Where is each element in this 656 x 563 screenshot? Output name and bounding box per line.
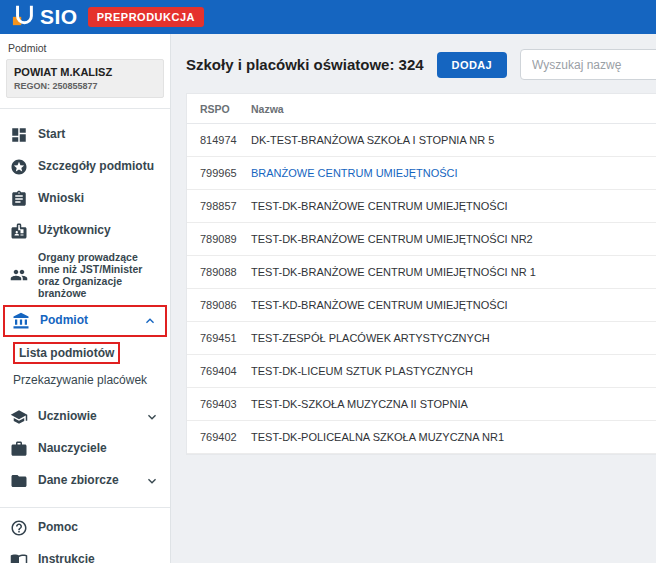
schools-table: RSPO Nazwa 814974 DK-TEST-BRANŻOWA SZKOŁ…: [186, 93, 656, 455]
cell-rspo: 789086: [187, 299, 243, 311]
table-row[interactable]: 789086 TEST-KD-BRANŻOWE CENTRUM UMIEJĘTN…: [187, 289, 656, 322]
user-badge-icon: [10, 222, 28, 240]
cell-nazwa: DK-TEST-BRANŻOWA SZKOŁA I STOPNIA NR 5: [243, 134, 656, 146]
sidebar-item-pomoc[interactable]: Pomoc: [0, 512, 170, 544]
star-circle-icon: [10, 158, 28, 176]
sidebar-item-label: Użytkownicy: [38, 224, 111, 238]
sidebar-item-organy-prowadzace[interactable]: Organy prowadzące inne niż JST/Minister …: [0, 247, 170, 303]
sidebar-item-start[interactable]: Start: [0, 119, 170, 151]
sidebar-divider: [0, 108, 170, 109]
cell-nazwa: TEST-DK-BRANŻOWE CENTRUM UMIEJĘTNOŚCI NR…: [243, 266, 656, 278]
cell-nazwa: TEST-ZESPÓŁ PLACÓWEK ARTYSTYCZNYCH: [243, 332, 656, 344]
folder-icon: [10, 472, 28, 490]
logo-text: SIO: [40, 5, 78, 29]
sidebar-item-uczniowie[interactable]: Uczniowie: [0, 401, 170, 433]
cell-nazwa: BRANŻOWE CENTRUM UMIEJĘTNOŚCI: [243, 167, 656, 179]
cell-rspo: 769451: [187, 332, 243, 344]
sio-logo-icon: [12, 3, 36, 31]
add-button[interactable]: DODAJ: [437, 52, 508, 78]
annotation-box-podmiot: Podmiot: [3, 305, 167, 337]
cell-rspo: 814974: [187, 134, 243, 146]
sidebar-item-label: Pomoc: [38, 521, 78, 535]
chevron-down-icon: [144, 409, 160, 425]
sidebar: Podmiot POWIAT M.KALISZ REGON: 250855877…: [0, 34, 171, 563]
graduation-cap-icon: [10, 408, 28, 426]
dashboard-icon: [10, 126, 28, 144]
table-row[interactable]: 769403 TEST-DK-SZKOŁA MUZYCZNA II STOPNI…: [187, 388, 656, 421]
cell-rspo: 769402: [187, 431, 243, 443]
chevron-up-icon: [142, 313, 158, 329]
sidebar-item-label: Uczniowie: [38, 410, 97, 424]
sidebar-item-nauczyciele[interactable]: Nauczyciele: [0, 433, 170, 465]
entity-selector[interactable]: POWIAT M.KALISZ REGON: 250855877: [6, 59, 164, 98]
page-title: Szkoły i placówki oświatowe: 324: [186, 56, 424, 73]
sidebar-item-label: Instrukcje: [38, 553, 95, 563]
cell-rspo: 769403: [187, 398, 243, 410]
sidebar-item-label: Start: [38, 128, 65, 142]
sidebar-item-label: Dane zbiorcze: [38, 474, 119, 488]
cell-nazwa: TEST-DK-BRANŻOWE CENTRUM UMIEJĘTNOŚCI: [243, 200, 656, 212]
group-icon: [10, 266, 28, 284]
table-row[interactable]: 798857 TEST-DK-BRANŻOWE CENTRUM UMIEJĘTN…: [187, 190, 656, 223]
cell-nazwa: TEST-DK-SZKOŁA MUZYCZNA II STOPNIA: [243, 398, 656, 410]
chevron-down-icon: [144, 473, 160, 489]
table-body: 814974 DK-TEST-BRANŻOWA SZKOŁA I STOPNIA…: [187, 124, 656, 454]
sidebar-item-podmiot[interactable]: Podmiot: [5, 307, 165, 335]
entity-name: POWIAT M.KALISZ: [14, 66, 156, 78]
top-bar: SIO PREPRODUKCJA: [0, 0, 656, 34]
sidebar-subitem-przekazywanie-placowek[interactable]: Przekazywanie placówek: [0, 367, 170, 395]
cell-rspo: 789089: [187, 233, 243, 245]
table-row[interactable]: 799965 BRANŻOWE CENTRUM UMIEJĘTNOŚCI: [187, 157, 656, 190]
cell-rspo: 798857: [187, 200, 243, 212]
sidebar-item-uzytkownicy[interactable]: Użytkownicy: [0, 215, 170, 247]
table-row[interactable]: 789088 TEST-DK-BRANŻOWE CENTRUM UMIEJĘTN…: [187, 256, 656, 289]
sidebar-item-dane-zbiorcze[interactable]: Dane zbiorcze: [0, 465, 170, 497]
sidebar-subitem-lista-podmiotow[interactable]: Lista podmiotów: [0, 339, 170, 367]
book-icon: [10, 551, 28, 563]
sidebar-footer: Pomoc Instrukcje: [0, 497, 170, 563]
document-icon: [10, 190, 28, 208]
environment-badge: PREPRODUKCJA: [88, 7, 204, 27]
cell-nazwa: TEST-DK-LICEUM SZTUK PLASTYCZNYCH: [243, 365, 656, 377]
sidebar-menu: Start Szczegóły podmiotu Wnioski Użytkow…: [0, 113, 170, 497]
help-icon: [10, 519, 28, 537]
cell-nazwa: TEST-KD-BRANŻOWE CENTRUM UMIEJĘTNOŚCI: [243, 299, 656, 311]
table-row[interactable]: 769451 TEST-ZESPÓŁ PLACÓWEK ARTYSTYCZNYC…: [187, 322, 656, 355]
sidebar-footer-divider: [0, 507, 170, 508]
briefcase-icon: [10, 440, 28, 458]
cell-nazwa: TEST-DK-POLICEALNA SZKOŁA MUZYCZNA NR1: [243, 431, 656, 443]
table-row[interactable]: 789089 TEST-DK-BRANŻOWE CENTRUM UMIEJĘTN…: [187, 223, 656, 256]
sidebar-item-instrukcje[interactable]: Instrukcje: [0, 544, 170, 563]
main-content: Szkoły i placówki oświatowe: 324 DODAJ R…: [171, 34, 656, 563]
sidebar-item-label: Podmiot: [40, 314, 88, 328]
sidebar-item-label: Nauczyciele: [38, 442, 107, 456]
table-header-row: RSPO Nazwa: [187, 94, 656, 124]
table-row[interactable]: 814974 DK-TEST-BRANŻOWA SZKOŁA I STOPNIA…: [187, 124, 656, 157]
sidebar-item-label: Szczegóły podmiotu: [38, 160, 154, 174]
bank-icon: [12, 312, 30, 330]
cell-rspo: 789088: [187, 266, 243, 278]
sidebar-item-label: Organy prowadzące inne niż JST/Minister …: [38, 251, 160, 299]
sidebar-item-szczegoly-podmiotu[interactable]: Szczegóły podmiotu: [0, 151, 170, 183]
column-header-rspo: RSPO: [187, 103, 243, 115]
main-header: Szkoły i placówki oświatowe: 324 DODAJ: [171, 34, 656, 93]
cell-rspo: 769404: [187, 365, 243, 377]
table-row[interactable]: 769404 TEST-DK-LICEUM SZTUK PLASTYCZNYCH: [187, 355, 656, 388]
cell-rspo: 799965: [187, 167, 243, 179]
sidebar-item-label: Wnioski: [38, 192, 84, 206]
sidebar-item-wnioski[interactable]: Wnioski: [0, 183, 170, 215]
search-input[interactable]: [520, 49, 656, 80]
sidebar-section-label: Podmiot: [0, 34, 170, 59]
cell-nazwa: TEST-DK-BRANŻOWE CENTRUM UMIEJĘTNOŚCI NR…: [243, 233, 656, 245]
annotation-box-lista-podmiotow: Lista podmiotów: [13, 342, 120, 364]
column-header-nazwa: Nazwa: [243, 103, 656, 115]
entity-regon: REGON: 250855877: [14, 81, 156, 91]
table-row[interactable]: 769402 TEST-DK-POLICEALNA SZKOŁA MUZYCZN…: [187, 421, 656, 454]
sio-logo[interactable]: SIO: [12, 3, 78, 31]
